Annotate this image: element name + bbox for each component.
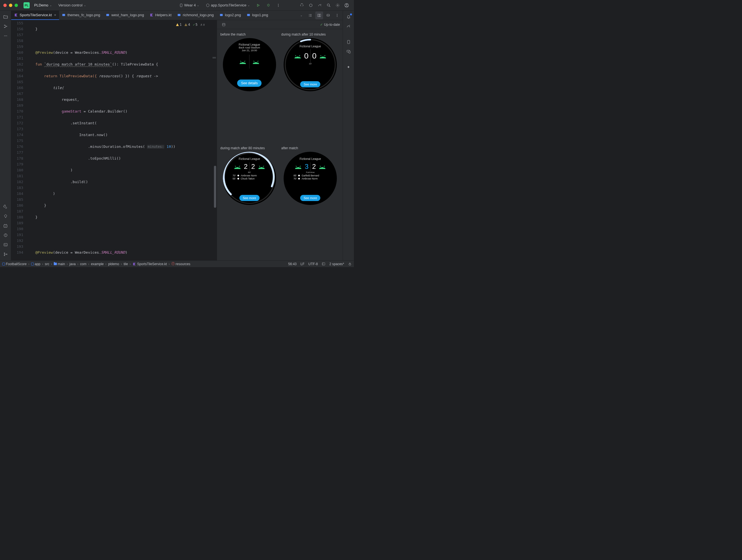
close-window-button[interactable]	[3, 4, 7, 7]
view-list-icon[interactable]	[306, 11, 314, 19]
gradle-button[interactable]	[345, 22, 353, 30]
tab-west-ham-logo[interactable]: west_ham_logo.png	[103, 11, 147, 20]
debug-button[interactable]	[264, 1, 272, 9]
device-selector[interactable]: Wear 4 ⌄	[177, 3, 202, 8]
project-tool-button[interactable]	[2, 13, 9, 21]
svg-rect-56	[322, 263, 325, 265]
tab-options-button[interactable]	[333, 11, 341, 19]
editor-scrollbar[interactable]	[213, 20, 217, 260]
tab-themes-fc-logo[interactable]: themes_fc_logo.png	[59, 11, 103, 20]
tab-logo1[interactable]: logo1.png	[244, 11, 271, 20]
score-separator	[249, 55, 250, 68]
breadcrumb-item[interactable]: com	[80, 262, 87, 266]
svg-rect-25	[220, 14, 223, 16]
score-separator	[310, 162, 311, 171]
svg-point-15	[6, 36, 7, 36]
ai-assistant-button[interactable]	[345, 63, 353, 71]
inspection-nav[interactable]: ∧∨	[201, 22, 205, 28]
tab-helpers[interactable]: Helpers.kt	[147, 11, 174, 20]
logcat-tool-button[interactable]	[2, 222, 9, 230]
file-encoding[interactable]: UTF-8	[308, 262, 318, 266]
tab-logo2[interactable]: logo2.png	[216, 11, 244, 20]
svg-point-45	[238, 167, 239, 168]
breadcrumb-item[interactable]: pldemo	[108, 262, 119, 266]
view-split-icon[interactable]	[315, 11, 323, 19]
problems-tool-button[interactable]	[2, 231, 9, 239]
notifications-button[interactable]	[345, 13, 353, 21]
tabs-dropdown-button[interactable]: ⌄	[297, 11, 305, 19]
more-tools-button[interactable]	[2, 32, 9, 40]
svg-rect-53	[348, 40, 350, 44]
inspections-button[interactable]	[316, 1, 324, 9]
home-team-icon	[238, 58, 248, 65]
svg-point-13	[4, 36, 4, 36]
inspection-widget[interactable]: 1 4 5 ∧∨	[176, 22, 205, 28]
watch-face[interactable]: Fictional League 3 2 Full-time 85'Garfie…	[284, 152, 337, 205]
breadcrumb-item[interactable]: tile	[124, 262, 128, 266]
gems-tool-button[interactable]	[2, 212, 9, 220]
lock-icon[interactable]	[348, 262, 352, 266]
tab-sportstileservice[interactable]: SportsTileService.kt ×	[11, 11, 59, 20]
scrollbar-thumb[interactable]	[214, 166, 216, 208]
code-editor[interactable]: 1551561571581591601611621631641651661671…	[11, 20, 217, 260]
breadcrumb-item[interactable]: main	[58, 262, 65, 266]
svg-point-11	[4, 27, 5, 28]
project-name: PLDemo	[34, 3, 48, 7]
watch-face[interactable]: Fictional League Back road Stadium Jun 2…	[223, 38, 276, 91]
breadcrumb-item[interactable]: SportsTileService.kt	[137, 262, 167, 266]
watch-face[interactable]: Fictional League 0 0 10' See more	[284, 38, 337, 91]
line-separator[interactable]: LF	[301, 262, 304, 266]
breadcrumbs[interactable]: FootballScore › app › src › main › java …	[2, 261, 191, 266]
code-content: } @Preview(device = WearDevices.SMALL_RO…	[26, 20, 217, 260]
title-bar: PL PLDemo ⌄ Version control ⌄ Wear 4 ⌄ a…	[0, 0, 354, 11]
preview-surface-button[interactable]	[220, 21, 228, 29]
breadcrumb-item[interactable]: app	[35, 262, 40, 266]
left-toolbar	[0, 11, 11, 260]
svg-point-3	[278, 5, 279, 6]
svg-point-52	[350, 25, 350, 26]
tab-richmond-logo[interactable]: richmond_logo.png	[174, 11, 217, 20]
cta-button[interactable]: See details	[237, 80, 262, 87]
svg-point-9	[346, 4, 348, 5]
indent-setting[interactable]: 2 spaces*	[329, 262, 344, 266]
vcs-menu[interactable]: Version control ⌄	[56, 3, 88, 8]
minimize-window-button[interactable]	[9, 4, 12, 7]
cta-button[interactable]: See more	[300, 195, 320, 201]
close-icon[interactable]: ×	[54, 13, 56, 17]
breadcrumb-item[interactable]: src	[45, 262, 49, 266]
run-button[interactable]	[254, 1, 262, 9]
away-score: 2	[312, 163, 316, 170]
run-config-selector[interactable]: app.SportsTileService ⌄	[204, 3, 252, 8]
match-events: 85'Garfield Bernard 70'Ambrose Norm	[294, 174, 327, 180]
running-devices-button[interactable]	[345, 48, 353, 55]
terminal-tool-button[interactable]	[2, 241, 9, 249]
breadcrumb-item[interactable]: example	[91, 262, 104, 266]
settings-button[interactable]	[334, 1, 341, 9]
search-button[interactable]	[325, 1, 333, 9]
breadcrumb-item[interactable]: resources	[175, 262, 191, 266]
svg-point-50	[321, 167, 321, 168]
code-with-me-button[interactable]	[298, 1, 306, 9]
project-menu[interactable]: PLDemo ⌄	[32, 3, 54, 8]
services-button[interactable]	[307, 1, 315, 9]
account-button[interactable]	[343, 1, 351, 9]
svg-point-20	[4, 255, 5, 256]
vcs-tool-button[interactable]	[2, 250, 9, 258]
zoom-window-button[interactable]	[14, 4, 18, 7]
goal-icon	[298, 178, 300, 180]
device-manager-button[interactable]	[345, 38, 353, 46]
structure-tool-button[interactable]	[2, 22, 9, 30]
build-tool-button[interactable]	[2, 203, 9, 211]
caret-position[interactable]: 56:43	[288, 262, 297, 266]
view-design-icon[interactable]	[324, 11, 332, 19]
image-file-icon	[247, 13, 250, 17]
svg-point-7	[337, 5, 338, 6]
svg-rect-55	[349, 51, 350, 53]
watch-face[interactable]: Fictional League 2 2 80' 70'Ambrose Norm	[223, 152, 276, 205]
more-actions-button[interactable]	[274, 1, 282, 9]
breadcrumb-item[interactable]: FootballScore	[6, 262, 26, 266]
home-team-icon	[233, 163, 242, 170]
breadcrumb-item[interactable]: java	[69, 262, 75, 266]
svg-point-35	[244, 62, 245, 63]
readonly-toggle-icon[interactable]	[322, 262, 325, 266]
